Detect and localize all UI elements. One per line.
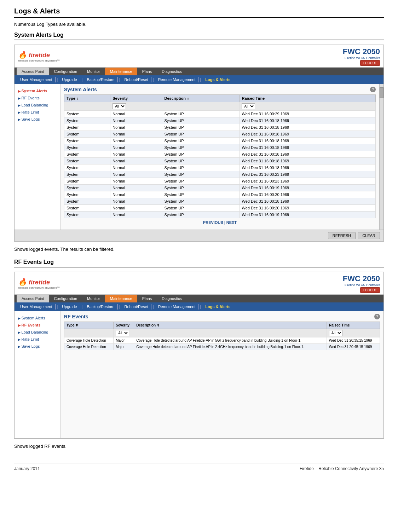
firetide-logo-2: 🔥 firetide (18, 278, 60, 286)
sidebar-item-rate-limit[interactable]: Rate Limit (15, 109, 60, 116)
col-type[interactable]: Type ⇕ (64, 95, 110, 102)
table-row: SystemNormalSystem UPWed Dec 31 16:00:23… (64, 178, 376, 185)
subnav-logs-alerts-2[interactable]: Logs & Alerts (202, 304, 233, 310)
logout-button-2[interactable]: LOGOUT (360, 287, 380, 293)
table-row: SystemNormalSystem UPWed Dec 31 16:00:18… (64, 124, 376, 131)
tab-access-point-2[interactable]: Access Point (17, 295, 49, 302)
table-row: SystemNormalSystem UPWed Dec 31 16:00:19… (64, 212, 376, 218)
subnav-logs-alerts[interactable]: Logs & Alerts (202, 77, 233, 82)
sidebar-item-rf-events-2[interactable]: RF Events (15, 322, 60, 329)
sidebar: System Alerts RF Events Load Balancing R… (15, 84, 60, 230)
subnav-reboot-reset-2[interactable]: Reboot/Reset (122, 304, 151, 310)
panel-title-row-rf: RF Events ? (64, 314, 380, 319)
logo-area-2: 🔥 firetide Reliable connectivity anywher… (18, 278, 60, 289)
scrollbar-thumb (380, 87, 383, 98)
scrollbar[interactable] (379, 84, 383, 230)
table-row: SystemNormalSystem UPWed Dec 31 16:00:18… (64, 144, 376, 151)
subnav-backup-restore-2[interactable]: Backup/Restore (84, 304, 117, 310)
tab-monitor[interactable]: Monitor (82, 68, 105, 75)
rf-raised-filter[interactable]: All (329, 330, 342, 336)
clear-button[interactable]: CLEAR (358, 232, 380, 239)
col-description[interactable]: Description ⇕ (162, 95, 240, 102)
fwc-brand: FWC 2050 Firetide WLAN Controller LOGOUT (343, 47, 380, 66)
tab-maintenance-2[interactable]: Maintenance (105, 295, 137, 302)
tab-access-point[interactable]: Access Point (17, 68, 49, 75)
rf-col-type[interactable]: Type ⇕ (64, 322, 114, 329)
tab-plans-2[interactable]: Plans (137, 295, 157, 302)
logo-area: 🔥 firetide Reliable connectivity anywher… (18, 51, 60, 62)
raised-filter-select[interactable]: All (242, 103, 255, 109)
section1-desc: Shows logged events. The results can be … (14, 247, 384, 252)
fwc-title-2: FWC 2050 (343, 274, 380, 283)
bottom-bar: REFRESH CLEAR (15, 230, 383, 241)
rf-events-screenshot: 🔥 firetide Reliable connectivity anywher… (14, 272, 384, 439)
footer: January 2011 Firetide – Reliable Connect… (14, 463, 384, 471)
filter-raised-cell: All (240, 102, 376, 111)
fwc-header-2: 🔥 firetide Reliable connectivity anywher… (15, 272, 383, 295)
sidebar-item-load-balancing[interactable]: Load Balancing (15, 102, 60, 109)
rf-events-table: Type ⇕ Severity Description ⇕ Raised Tim… (64, 322, 380, 350)
table-row: SystemNormalSystem UPWed Dec 31 16:00:20… (64, 191, 376, 198)
sidebar-item-rf-events[interactable]: RF Events (15, 94, 60, 102)
rf-filter-desc (134, 329, 327, 337)
rf-col-severity[interactable]: Severity (114, 322, 134, 329)
table-row: SystemNormalSystem UPWed Dec 31 16:00:18… (64, 158, 376, 164)
tab-monitor-2[interactable]: Monitor (82, 295, 105, 302)
panel-title: System Alerts (64, 87, 97, 92)
table-row: SystemNormalSystem UPWed Dec 31 16:00:18… (64, 131, 376, 138)
tab-diagnostics[interactable]: Diagnostics (157, 68, 187, 75)
sidebar-2: System Alerts RF Events Load Balancing R… (15, 311, 60, 438)
sidebar-item-load-balancing-2[interactable]: Load Balancing (15, 329, 60, 336)
logo-tagline-2: Reliable connectivity anywhere™ (18, 286, 60, 289)
help-icon[interactable]: ? (370, 87, 376, 92)
screen-content-2: System Alerts RF Events Load Balancing R… (15, 311, 383, 438)
tab-configuration-2[interactable]: Configuration (49, 295, 82, 302)
subnav-upgrade[interactable]: Upgrade (59, 77, 80, 82)
tab-configuration[interactable]: Configuration (49, 68, 82, 75)
table-row: Coverage Hole DetectionMajorCoverage Hol… (64, 344, 380, 350)
next-link[interactable]: NEXT (226, 220, 237, 225)
sidebar-item-system-alerts[interactable]: System Alerts (15, 87, 60, 94)
tab-maintenance[interactable]: Maintenance (105, 68, 137, 75)
filter-type-cell (64, 102, 110, 111)
main-panel: System Alerts ? Type ⇕ Severity Descript… (60, 84, 379, 230)
subnav-reboot-reset[interactable]: Reboot/Reset (122, 77, 151, 82)
prev-link[interactable]: PREVIOUS (203, 220, 223, 225)
subnav-upgrade-2[interactable]: Upgrade (59, 304, 80, 310)
sidebar-item-save-logs-2[interactable]: Save Logs (15, 343, 60, 350)
sidebar-item-rate-limit-2[interactable]: Rate Limit (15, 336, 60, 343)
subnav-backup-restore[interactable]: Backup/Restore (84, 77, 117, 82)
col-severity[interactable]: Severity (110, 95, 162, 102)
main-panel-rf: RF Events ? Type ⇕ Severity Description … (60, 311, 383, 438)
tab-diagnostics-2[interactable]: Diagnostics (157, 295, 187, 302)
help-icon-rf[interactable]: ? (374, 314, 380, 319)
filter-desc-cell (162, 102, 240, 111)
panel-title-row: System Alerts ? (64, 87, 376, 92)
rf-col-raised[interactable]: Raised Time (327, 322, 380, 329)
pagination: PREVIOUS | NEXT (64, 218, 376, 227)
subnav-remote-management[interactable]: Remote Management (155, 77, 199, 82)
table-row: SystemNormalSystem UPWed Dec 31 16:00:18… (64, 198, 376, 205)
severity-filter-select[interactable]: All (113, 103, 126, 109)
logout-button[interactable]: LOGOUT (360, 60, 380, 66)
table-row: SystemNormalSystem UPWed Dec 31 16:00:20… (64, 205, 376, 212)
intro-text: Numerous Log Types are available. (14, 22, 384, 27)
refresh-button[interactable]: REFRESH (328, 232, 356, 239)
sidebar-item-save-logs[interactable]: Save Logs (15, 116, 60, 123)
col-raised-time[interactable]: Raised Time (240, 95, 376, 102)
footer-right: Firetide – Reliable Connectivity Anywher… (300, 466, 384, 471)
fwc-subtitle: Firetide WLAN Controller (343, 56, 380, 60)
rf-severity-filter[interactable]: All (116, 330, 129, 336)
table-row: SystemNormalSystem UPWed Dec 31 16:00:19… (64, 185, 376, 191)
sidebar-item-system-alerts-2[interactable]: System Alerts (15, 314, 60, 322)
rf-col-description[interactable]: Description ⇕ (134, 322, 327, 329)
subnav-user-management-2[interactable]: User Management (17, 304, 56, 310)
subnav-remote-management-2[interactable]: Remote Management (155, 304, 199, 310)
subnav-user-management[interactable]: User Management (17, 77, 56, 82)
nav-tabs: Access Point Configuration Monitor Maint… (15, 68, 383, 75)
table-row: SystemNormalSystem UPWed Dec 31 16:00:29… (64, 111, 376, 117)
section2-desc: Shows logged RF events. (14, 444, 384, 449)
firetide-logo: 🔥 firetide (18, 51, 60, 59)
tab-plans[interactable]: Plans (137, 68, 157, 75)
system-alerts-screenshot: 🔥 firetide Reliable connectivity anywher… (14, 45, 384, 242)
